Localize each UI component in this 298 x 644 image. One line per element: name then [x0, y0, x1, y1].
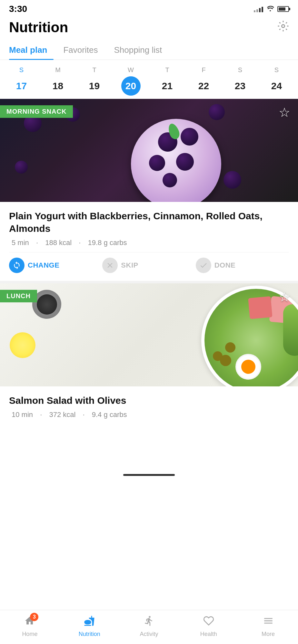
done-button[interactable]: DONE [196, 258, 289, 273]
signal-icon [254, 6, 263, 12]
nav-more[interactable]: More [252, 615, 284, 638]
cal-day-21[interactable]: T 21 [154, 66, 180, 96]
lunch-info: Salmon Salad with Olives 10 min · 372 kc… [0, 386, 298, 424]
home-icon: 3 [24, 615, 35, 629]
morning-snack-calories: 188 kcal [45, 239, 72, 247]
nav-health[interactable]: Health [193, 615, 225, 638]
nav-nutrition-label: Nutrition [79, 631, 100, 638]
more-icon [263, 615, 274, 629]
status-bar: 3:30 [0, 0, 298, 16]
lunch-image[interactable]: LUNCH ☆ [0, 283, 298, 386]
status-icons [254, 5, 289, 13]
lunch-time: 10 min [12, 411, 33, 419]
change-icon [9, 258, 25, 273]
skip-icon [102, 258, 118, 273]
health-icon [203, 615, 214, 629]
cal-day-24[interactable]: S 24 [264, 66, 290, 96]
home-indicator [123, 474, 175, 476]
morning-snack-info: Plain Yogurt with Blackberries, Cinnamon… [0, 202, 298, 252]
nav-more-label: More [262, 631, 275, 638]
skip-label: SKIP [121, 261, 138, 270]
morning-snack-section: MORNING SNACK ☆ Plain Yogurt with Blackb… [0, 99, 298, 283]
nutrition-icon [84, 615, 95, 629]
done-icon [196, 258, 211, 273]
wifi-icon [266, 5, 274, 13]
nav-activity[interactable]: Activity [133, 615, 165, 638]
meal-actions: CHANGE SKIP DONE [0, 252, 298, 283]
lunch-favorite-button[interactable]: ☆ [276, 289, 293, 305]
battery-icon [277, 6, 289, 12]
cal-day-18[interactable]: M 18 [45, 66, 71, 96]
bottom-navigation: 3 Home Nutrition Activity Health More [0, 610, 298, 644]
star-outline-icon: ☆ [279, 105, 290, 120]
morning-snack-meta: 5 min · 188 kcal · 19.8 g carbs [9, 239, 289, 247]
change-label: CHANGE [28, 261, 59, 270]
cal-day-19[interactable]: T 19 [82, 66, 107, 96]
done-label: DONE [214, 261, 236, 270]
cal-day-23[interactable]: S 23 [227, 66, 253, 96]
calendar-week: S 17 M 18 T 19 W 20 T 21 F 22 S 23 S 24 [0, 60, 298, 99]
nav-home-label: Home [22, 631, 37, 638]
cal-day-22[interactable]: F 22 [191, 66, 217, 96]
nav-health-label: Health [200, 631, 217, 638]
star-outline-icon-2: ☆ [279, 289, 290, 304]
cal-day-20[interactable]: W 20 [118, 66, 144, 96]
morning-snack-name[interactable]: Plain Yogurt with Blackberries, Cinnamon… [9, 210, 289, 235]
lunch-carbs: 9.4 g carbs [92, 411, 127, 419]
home-bar [0, 469, 298, 481]
lunch-name[interactable]: Salmon Salad with Olives [9, 394, 289, 407]
nav-nutrition[interactable]: Nutrition [73, 615, 105, 638]
morning-snack-badge: MORNING SNACK [0, 105, 73, 118]
lunch-meta: 10 min · 372 kcal · 9.4 g carbs [9, 411, 289, 419]
settings-icon[interactable] [277, 20, 289, 34]
nav-home[interactable]: 3 Home [14, 615, 46, 638]
tab-shopping-list[interactable]: Shopping list [114, 41, 168, 60]
activity-icon [144, 615, 154, 629]
lunch-calories: 372 kcal [49, 411, 75, 419]
svg-point-0 [282, 25, 285, 28]
page-title: Nutrition [9, 19, 68, 35]
nav-activity-label: Activity [140, 631, 158, 638]
change-button[interactable]: CHANGE [9, 258, 102, 273]
cal-day-17[interactable]: S 17 [9, 66, 35, 96]
skip-button[interactable]: SKIP [102, 258, 195, 273]
page-header: Nutrition [0, 16, 298, 41]
lunch-section: LUNCH ☆ Salmon Salad with Olives 10 min … [0, 283, 298, 424]
morning-snack-image[interactable]: MORNING SNACK ☆ [0, 99, 298, 202]
lemon-decoration [10, 332, 35, 358]
morning-snack-favorite-button[interactable]: ☆ [276, 104, 293, 121]
morning-snack-time: 5 min [12, 239, 29, 247]
home-badge: 3 [30, 613, 38, 621]
tab-favorites[interactable]: Favorites [63, 41, 104, 60]
tab-bar: Meal plan Favorites Shopping list [0, 41, 298, 60]
tab-meal-plan[interactable]: Meal plan [9, 41, 54, 60]
status-time: 3:30 [9, 4, 27, 14]
lunch-badge: LUNCH [0, 290, 37, 302]
morning-snack-carbs: 19.8 g carbs [88, 239, 127, 247]
